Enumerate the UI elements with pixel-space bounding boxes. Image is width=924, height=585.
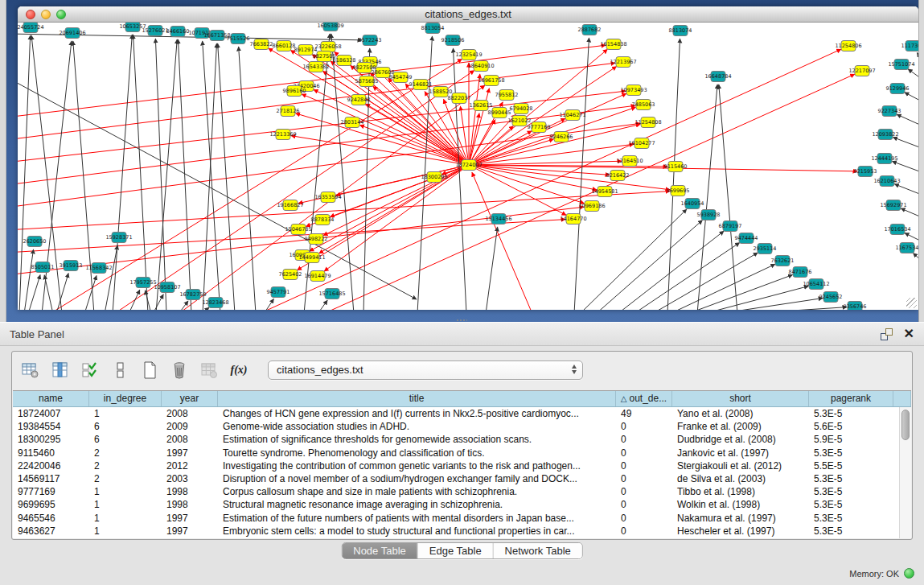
network-node[interactable]: 3915913 [60,261,83,271]
table-settings-button[interactable] [20,360,41,381]
network-node[interactable]: 7485063 [632,100,655,110]
network-node[interactable]: 17957255 [129,278,156,288]
network-node[interactable]: 8990445 [488,108,511,118]
window-titlebar[interactable]: citations_edges.txt [18,6,918,23]
network-node[interactable]: 9129946 [886,84,910,94]
network-node[interactable]: 5938928 [697,210,721,220]
network-node[interactable]: 11254806 [835,41,861,51]
float-panel-icon[interactable] [881,328,893,340]
network-node[interactable]: 9146821 [409,80,433,90]
table-row[interactable]: 1456911722003Disruption of a novel membe… [13,472,911,485]
column-header-pagerank[interactable]: pagerank [809,391,893,406]
tab-edge-table[interactable]: Edge Table [418,543,494,558]
table-row[interactable]: 969969511998Structural magnetic resonanc… [13,498,911,511]
table-row[interactable]: 1872400712008Changes of HCN gene express… [13,407,911,420]
tab-network-table[interactable]: Network Table [494,543,582,558]
network-node[interactable]: 8471676 [789,267,812,278]
scrollbar-thumb[interactable] [901,410,910,440]
network-node[interactable]: 2887682 [578,25,602,35]
column-header-out_de[interactable]: △out_de... [616,391,672,406]
network-node[interactable]: 11568342 [85,263,112,274]
network-node[interactable]: 16353594 [314,192,341,203]
network-node[interactable]: 16154838 [600,39,626,50]
network-node[interactable]: 24055724 [18,23,44,33]
network-node[interactable]: 7663822 [250,39,273,50]
column-header-name[interactable]: name [13,391,89,406]
network-node[interactable]: 7955812 [495,90,519,101]
network-node[interactable]: 10653257 [119,23,146,32]
column-header-year[interactable]: year [162,391,218,406]
network-node[interactable]: 6879197 [719,221,742,232]
network-node[interactable]: 16961758 [478,76,504,86]
network-node[interactable]: 16053809 [317,23,343,31]
network-node[interactable]: 9457791 [267,287,290,298]
network-node[interactable]: 8466160 [166,27,190,37]
column-header-short[interactable]: short [672,391,809,406]
network-node[interactable]: 16648784 [704,72,731,82]
table-row[interactable]: 1938455462009Genome-wide association stu… [13,420,911,433]
network-node[interactable]: 14164770 [560,214,586,225]
network-node[interactable]: 7625402 [279,270,302,280]
import-table-button[interactable] [199,360,220,381]
table-row[interactable]: 977716911998Corpus callosum shape and si… [13,485,911,498]
network-node[interactable]: 9474444 [735,233,758,244]
network-node[interactable]: 12217097 [848,66,875,76]
close-panel-icon[interactable]: ✕ [904,328,914,340]
table-row[interactable]: 911546021997Tourette syndrome. Phenomeno… [13,447,911,459]
network-node[interactable]: 11254808 [634,117,661,128]
network-node[interactable]: 10973493 [620,85,647,96]
network-node[interactable]: 8186328 [333,56,356,66]
network-node[interactable]: 12213369 [269,130,296,140]
network-node[interactable]: 10969186 [578,201,605,212]
network-node[interactable]: 9218506 [441,35,465,46]
table-row[interactable]: 2242004622012Investigating the contribut… [13,459,911,472]
network-node[interactable]: 23226058 [314,42,341,52]
network-node[interactable]: 2935114 [754,244,777,254]
network-node[interactable]: 8912974 [294,45,318,56]
window-resize-grip[interactable] [906,298,917,308]
network-node[interactable]: 7515526 [227,34,250,44]
network-node[interactable]: 2620650 [23,237,47,247]
table-row[interactable]: 1830029562008Estimation of significance … [13,433,911,446]
network-node[interactable]: 8813074 [669,26,692,36]
network-node[interactable]: 20691406 [59,28,85,39]
network-svg[interactable]: 2405572420691406106532571527602184661601… [18,23,918,310]
network-node[interactable]: 16782759 [179,290,206,300]
network-node[interactable]: 15751074 [888,60,914,70]
row-height-button[interactable] [109,360,130,381]
network-node[interactable]: 1621022 [508,116,532,126]
network-node[interactable]: 12325419 [455,50,482,60]
network-node[interactable]: 10654112 [803,279,829,290]
network-node[interactable]: 8216422 [606,171,630,181]
network-node[interactable]: 9356746 [844,302,867,311]
network-node[interactable]: 1117304 [901,41,918,51]
network-node[interactable]: 9245652 [819,292,843,303]
show-column-button[interactable] [50,360,71,381]
network-node[interactable]: 15716485 [318,289,345,299]
network-node[interactable]: 8660128 [273,41,296,51]
vertical-scrollbar[interactable] [899,407,911,538]
table-row[interactable]: 946554611997Estimation of the future num… [13,512,911,525]
network-node[interactable]: 6794028 [510,104,533,114]
network-node[interactable]: 17016534 [884,225,910,235]
network-node[interactable]: 1167534 [896,243,918,253]
column-header-title[interactable]: title [218,391,616,406]
column-header-in_degree[interactable]: in_degree [89,391,162,406]
network-node[interactable]: 1640954 [681,199,704,209]
select-columns-button[interactable] [80,360,101,381]
network-node[interactable]: 16914479 [304,271,331,282]
network-node[interactable]: 15928371 [105,233,132,243]
network-canvas[interactable]: 2405572420691406106532571527602184661601… [18,23,918,310]
function-builder-button[interactable]: f(x) [228,360,249,381]
network-node[interactable]: 2867608 [372,68,395,78]
network-node[interactable]: 8505011 [31,262,55,273]
network-node[interactable]: 9699695 [667,186,690,196]
network-node[interactable]: 8454749 [389,72,413,83]
network-node[interactable]: 15276021 [142,26,168,36]
network-node[interactable]: 12823468 [202,298,228,308]
network-node[interactable]: 8813054 [421,23,445,34]
table-selector-dropdown[interactable]: citations_edges.txt [268,360,583,380]
table-row[interactable]: 946362711997Embryonic stem cells: a mode… [13,525,911,538]
network-node[interactable]: 16104277 [628,138,655,149]
tab-node-table[interactable]: Node Table [342,543,418,558]
